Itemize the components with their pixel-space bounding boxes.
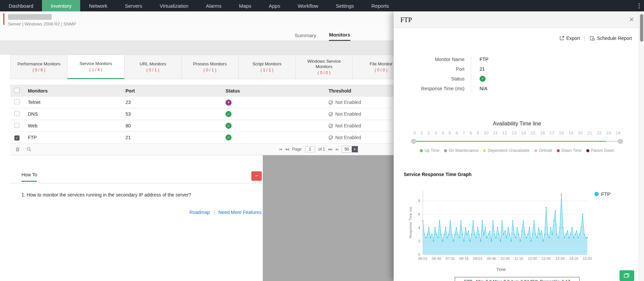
legend-item: Up Time [420,148,440,153]
status-up-icon: ✓ [226,111,232,117]
tab-monitors[interactable]: Monitors [329,30,350,41]
nav-item-maps[interactable]: Maps [230,0,260,11]
tab-summary[interactable]: Summary [295,30,316,41]
close-icon[interactable]: × [629,15,634,24]
timeline-hour-label: 3 [435,130,437,135]
timeline-hour-label: 16 [540,130,545,135]
page-of-label: of 1 [318,147,325,152]
svg-text:07:31: 07:31 [446,257,455,261]
nav-item-virtualization[interactable]: Virtualization [151,0,197,11]
monitor-port: 53 [126,111,226,117]
svg-text:14:15: 14:15 [569,257,578,261]
nav-item-network[interactable]: Network [80,0,116,11]
status-up-icon: ✓ [226,123,232,129]
roadmap-link[interactable]: Roadmap [189,210,210,215]
timeline-hour-label: 22 [597,130,601,135]
next-page-button[interactable]: ▶▶ [329,148,333,151]
export-icon [559,36,564,41]
tab-url-monitors[interactable]: URL Monitors ( 0 / 1 ) [125,55,182,79]
tab-file-monitor[interactable]: File Monitor ( 0 / 0 ) [353,55,394,79]
monitor-detail-panel: FTP × Export | Schedule Report Monitor N… [394,11,644,281]
page-input[interactable] [305,146,315,152]
select-all-checkbox[interactable] [14,88,19,93]
monitor-type-tabs: Performance Monitors ( 0 / 6 ) Service M… [10,55,394,79]
tab-how-to[interactable]: How To [21,172,37,182]
svg-text:09:46: 09:46 [487,257,496,261]
export-button[interactable]: Export [559,36,580,41]
timeline-hour-label: 13 [512,130,516,135]
server-name-redacted [8,14,52,20]
nav-item-reports[interactable]: Reports [363,0,398,11]
response-time-chart: 0246806:0106:4607:3108:1609:0109:4610:30… [408,186,594,270]
dimmed-background [263,155,394,281]
report-fab-button[interactable] [620,270,634,281]
timeline-hour-label: 6 [456,130,458,135]
details-divider [471,56,471,93]
svg-text:4: 4 [418,226,420,230]
scrollbar-thumb[interactable] [640,14,643,42]
row-checkbox[interactable] [14,123,19,128]
schedule-report-button[interactable]: Schedule Report [589,36,632,41]
row-checkbox[interactable]: ✓ [14,135,19,140]
nav-item-dashboard[interactable]: Dashboard [0,0,42,11]
row-checkbox[interactable] [14,111,19,116]
svg-text:15:00: 15:00 [583,257,592,261]
tab-service-monitors[interactable]: Service Monitors ( 1 / 4 ) [67,55,125,79]
timeline-handle-end[interactable] [618,139,623,144]
schedule-report-icon [589,36,595,41]
series-label: FTP [601,191,610,197]
availability-legend: Up Time On Maintenance Dependent Unavail… [407,148,627,153]
overflow-menu-icon[interactable] [636,2,642,9]
row-checkbox[interactable] [14,99,19,104]
tab-script-monitors[interactable]: Script Monitors ( 1 / 1 ) [239,55,296,79]
timeline-hour-label: 18 [559,130,564,135]
legend-item: Onhold [534,148,552,153]
table-row: DNS 53 ✓ Not Enabled [10,108,394,120]
svg-text:2: 2 [418,239,420,243]
top-navigation: Dashboard Inventory Network Servers Virt… [0,0,644,11]
nav-item-servers[interactable]: Servers [116,0,151,11]
availability-title: Availability Time line [413,121,621,127]
chart-x-axis-label: Time [408,267,594,272]
timeline-hour-label: 10 [484,130,488,135]
tab-windows-service-monitors[interactable]: Windows Service Monitors ( 0 / 0 ) [296,55,353,79]
timeline-hour-label: 7 [462,130,465,135]
monitors-table: Monitors Port Status Threshold Telnet 23… [10,85,394,144]
howto-header [10,167,263,183]
tab-performance-monitors[interactable]: Performance Monitors ( 0 / 6 ) [10,55,67,79]
nav-item-alarms[interactable]: Alarms [197,0,230,11]
search-icon[interactable] [26,147,32,152]
svg-text:09:01: 09:01 [473,257,483,261]
svg-text:06:46: 06:46 [432,257,441,261]
detail-label: Response Time (ms) [394,86,464,91]
response-time-chart-title: Service Response Time Graph [404,172,472,177]
last-page-button[interactable]: ▶| [336,148,338,151]
first-page-button[interactable]: |◀ [279,148,281,151]
legend-item: Dependent Unavailable [483,148,530,153]
timeline-hour-label: 5 [449,130,451,135]
howto-question: 1. How to monitor the services running i… [21,192,191,198]
timeline-handle-start[interactable] [411,139,416,144]
page-size-select[interactable]: 50 ▼ [342,146,358,153]
collapse-widget-button[interactable]: − [251,171,262,181]
need-more-features-link[interactable]: Need More Features [218,210,261,215]
table-row: Telnet 23 ▼ Not Enabled [10,97,394,108]
detail-value: N/A [464,86,487,91]
tab-process-monitors[interactable]: Process Monitors ( 0 / 1 ) [182,55,239,79]
monitor-port: 23 [126,100,226,105]
nav-item-apps[interactable]: Apps [260,0,289,11]
detail-label: Status [394,76,464,81]
svg-text:Response Time ms: Response Time ms [408,207,412,238]
scrollbar-track [639,11,644,281]
timeline-hour-label: 21 [587,130,592,135]
nav-item-inventory[interactable]: Inventory [42,0,80,11]
nav-item-settings[interactable]: Settings [327,0,362,11]
timeline-hour-label: 20 [578,130,583,135]
prev-page-button[interactable]: ◀◀ [285,148,289,151]
panel-title: FTP [400,11,412,28]
nav-item-workflow[interactable]: Workflow [289,0,327,11]
delete-icon[interactable] [15,147,20,152]
monitors-card: Performance Monitors ( 0 / 6 ) Service M… [10,55,394,155]
action-separator: | [584,36,585,41]
link-separator: | [213,210,215,215]
